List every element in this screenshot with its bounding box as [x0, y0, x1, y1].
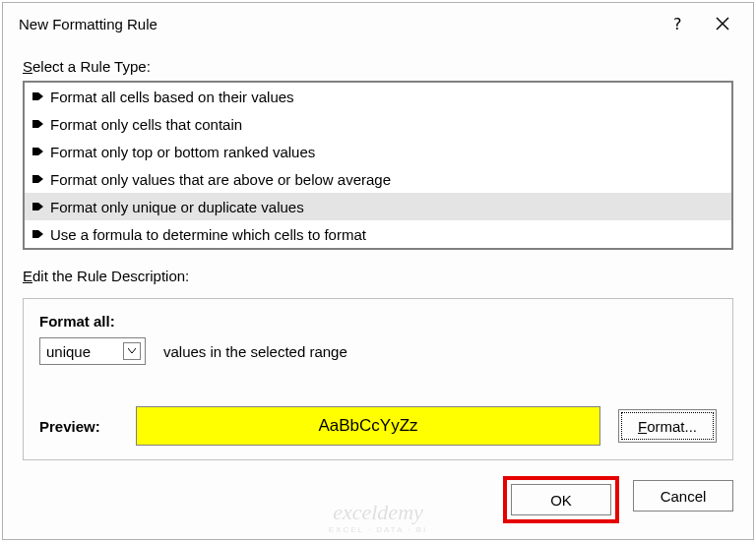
- rule-type-item[interactable]: Format only values that are above or bel…: [25, 165, 731, 193]
- dialog-footer: OK Cancel: [3, 476, 753, 539]
- rule-bullet-icon: [32, 203, 44, 211]
- rule-type-label: Format only top or bottom ranked values: [50, 144, 315, 160]
- titlebar: New Formatting Rule ?: [3, 3, 753, 44]
- close-button[interactable]: [700, 4, 745, 43]
- rule-type-item[interactable]: Use a formula to determine which cells t…: [25, 220, 731, 248]
- rule-type-label: Format only values that are above or bel…: [50, 171, 391, 188]
- combo-suffix-text: values in the selected range: [163, 343, 347, 360]
- close-icon: [716, 17, 729, 30]
- rule-type-item[interactable]: Format all cells based on their values: [25, 83, 731, 110]
- edit-rule-description-label: Edit the Rule Description:: [23, 268, 733, 284]
- rule-type-label: Format only unique or duplicate values: [50, 199, 304, 215]
- format-all-label: Format all:: [39, 313, 717, 330]
- rule-description-box: Format all: unique values in the selecte…: [23, 298, 733, 460]
- svg-marker-6: [32, 203, 43, 211]
- rule-bullet-icon: [32, 175, 44, 183]
- svg-marker-5: [32, 175, 43, 183]
- rule-type-label: Format all cells based on their values: [50, 89, 294, 105]
- chevron-down-icon: [123, 342, 141, 360]
- rule-type-label: Use a formula to determine which cells t…: [50, 226, 366, 243]
- rule-type-list[interactable]: Format all cells based on their valuesFo…: [23, 81, 733, 250]
- svg-marker-4: [32, 148, 43, 155]
- format-all-combo[interactable]: unique: [39, 337, 146, 365]
- preview-sample: AaBbCcYyZz: [136, 406, 600, 446]
- rule-type-label: Format only cells that contain: [50, 116, 242, 133]
- rule-type-item[interactable]: Format only unique or duplicate values: [25, 193, 731, 220]
- svg-marker-3: [32, 120, 43, 128]
- rule-bullet-icon: [32, 148, 44, 155]
- format-button[interactable]: Format...: [618, 409, 717, 443]
- svg-marker-2: [32, 92, 43, 100]
- rule-type-item[interactable]: Format only top or bottom ranked values: [25, 138, 731, 165]
- dialog-content: Select a Rule Type: Format all cells bas…: [3, 44, 753, 476]
- cancel-button[interactable]: Cancel: [633, 480, 733, 512]
- rule-bullet-icon: [32, 120, 44, 128]
- new-formatting-rule-dialog: New Formatting Rule ? Select a Rule Type…: [2, 2, 754, 540]
- svg-marker-7: [32, 230, 43, 238]
- preview-label: Preview:: [39, 418, 118, 435]
- help-button[interactable]: ?: [655, 4, 700, 43]
- ok-annotation-box: OK: [503, 476, 619, 523]
- rule-bullet-icon: [32, 230, 44, 238]
- rule-bullet-icon: [32, 92, 44, 100]
- select-rule-type-label: Select a Rule Type:: [23, 58, 733, 75]
- combo-value: unique: [46, 343, 123, 360]
- ok-button[interactable]: OK: [511, 484, 611, 515]
- dialog-title: New Formatting Rule: [19, 16, 655, 32]
- rule-type-item[interactable]: Format only cells that contain: [25, 110, 731, 138]
